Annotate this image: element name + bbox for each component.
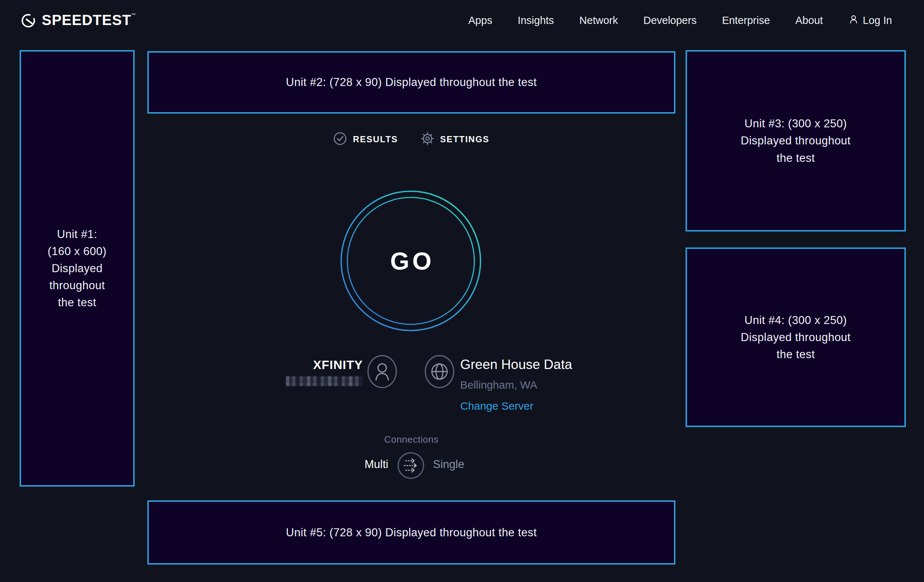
- speedometer-icon: [20, 12, 37, 29]
- server-location: Bellingham, WA: [460, 379, 573, 391]
- ad-unit-1-text: Unit #1: (160 x 600) Displayed throughou…: [48, 226, 106, 311]
- header: SPEEDTEST™ Apps Insights Network Develop…: [0, 0, 924, 41]
- ad-unit-4[interactable]: Unit #4: (300 x 250) Displayed throughou…: [686, 247, 906, 427]
- logo-trademark: ™: [131, 12, 137, 18]
- main-nav: Apps Insights Network Developers Enterpr…: [468, 14, 892, 27]
- ad-unit-5-text: Unit #5: (728 x 90) Displayed throughout…: [286, 524, 537, 541]
- nav-insights[interactable]: Insights: [518, 15, 554, 26]
- tab-settings-label: SETTINGS: [440, 134, 490, 144]
- person-icon: [848, 14, 859, 27]
- isp-person-icon: [366, 354, 398, 391]
- nav-network[interactable]: Network: [579, 15, 618, 26]
- go-label: GO: [340, 190, 482, 331]
- ad-unit-2[interactable]: Unit #2: (728 x 90) Displayed throughout…: [147, 51, 675, 114]
- server-name: Green House Data: [460, 357, 573, 372]
- login-label: Log In: [863, 15, 892, 26]
- login-button[interactable]: Log In: [848, 14, 892, 27]
- tab-results-label: RESULTS: [353, 134, 398, 144]
- isp-detail-redacted: [286, 376, 363, 386]
- logo-text: SPEEDTEST™: [42, 12, 137, 28]
- gear-icon: [421, 132, 434, 147]
- change-server-link[interactable]: Change Server: [460, 400, 533, 412]
- view-tabs: RESULTS: [147, 130, 675, 149]
- check-circle-icon: [333, 132, 347, 147]
- ad-unit-1[interactable]: Unit #1: (160 x 600) Displayed throughou…: [20, 50, 135, 486]
- connections-label: Connections: [147, 434, 675, 445]
- nav-apps[interactable]: Apps: [468, 15, 492, 26]
- connections-toggle[interactable]: [397, 452, 425, 480]
- speedtest-logo[interactable]: SPEEDTEST™: [20, 12, 137, 29]
- tab-settings[interactable]: SETTINGS: [421, 132, 490, 147]
- connections-single-option[interactable]: Single: [433, 458, 464, 471]
- go-button[interactable]: GO: [340, 190, 482, 331]
- isp-name: XFINITY: [254, 358, 363, 372]
- multi-stream-arrows-icon: [397, 452, 425, 480]
- server-info: Green House Data Bellingham, WA Change S…: [460, 357, 573, 412]
- server-globe-icon: [424, 354, 455, 391]
- nav-about[interactable]: About: [795, 15, 823, 26]
- isp-block: XFINITY: [254, 358, 363, 386]
- ad-unit-5[interactable]: Unit #5: (728 x 90) Displayed throughout…: [147, 500, 675, 565]
- ad-unit-4-text: Unit #4: (300 x 250) Displayed throughou…: [741, 312, 851, 363]
- tab-results[interactable]: RESULTS: [333, 132, 398, 147]
- ad-unit-2-text: Unit #2: (728 x 90) Displayed throughout…: [286, 74, 537, 91]
- nav-enterprise[interactable]: Enterprise: [722, 15, 770, 26]
- connections-multi-option[interactable]: Multi: [319, 458, 388, 471]
- nav-developers[interactable]: Developers: [644, 15, 697, 26]
- speedtest-page: SPEEDTEST™ Apps Insights Network Develop…: [0, 0, 924, 582]
- ad-unit-3[interactable]: Unit #3: (300 x 250) Displayed throughou…: [686, 50, 906, 231]
- ad-unit-3-text: Unit #3: (300 x 250) Displayed throughou…: [741, 115, 851, 166]
